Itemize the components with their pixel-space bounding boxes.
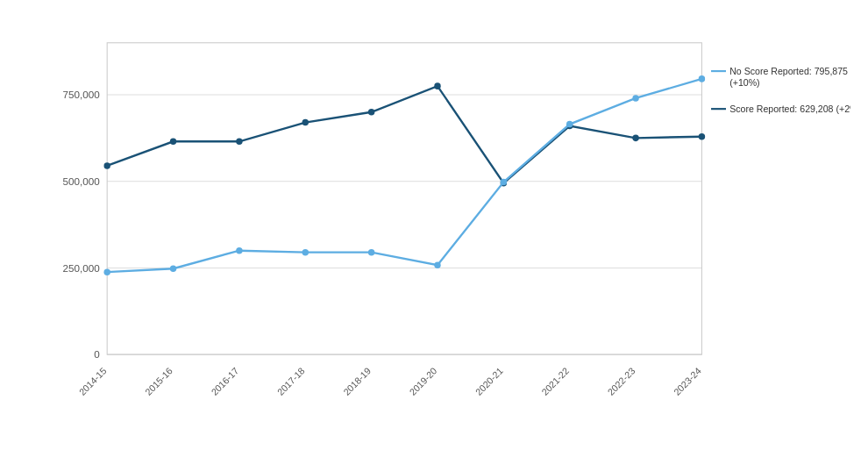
svg-point-33 — [368, 249, 374, 256]
svg-point-20 — [170, 139, 176, 146]
svg-text:2015-16: 2015-16 — [143, 365, 174, 397]
chart-container: 0250,000500,000750,0002014-152015-162016… — [0, 0, 868, 450]
svg-point-19 — [103, 162, 110, 169]
svg-point-29 — [103, 268, 110, 275]
svg-text:2020-21: 2020-21 — [473, 365, 505, 397]
svg-point-34 — [434, 262, 440, 269]
svg-point-21 — [236, 139, 242, 146]
line-chart-svg: 0250,000500,000750,0002014-152015-162016… — [42, 33, 850, 402]
svg-text:2018-19: 2018-19 — [341, 365, 373, 397]
y-axis-label — [18, 33, 35, 402]
chart-inner: 0250,000500,000750,0002014-152015-162016… — [42, 33, 850, 402]
svg-point-38 — [699, 75, 705, 82]
svg-text:(+10%): (+10%) — [729, 77, 759, 88]
svg-point-35 — [501, 179, 507, 186]
svg-text:2014-15: 2014-15 — [77, 365, 109, 397]
svg-text:2017-18: 2017-18 — [275, 365, 307, 397]
svg-point-36 — [566, 121, 573, 128]
svg-point-27 — [632, 135, 638, 142]
svg-point-37 — [632, 95, 638, 102]
svg-point-24 — [434, 82, 440, 89]
svg-text:No Score Reported: 795,875: No Score Reported: 795,875 — [729, 66, 848, 76]
svg-text:2023-24: 2023-24 — [672, 365, 703, 397]
svg-point-28 — [699, 133, 705, 140]
svg-rect-8 — [107, 43, 701, 354]
svg-point-22 — [302, 119, 309, 126]
chart-area: 0250,000500,000750,0002014-152015-162016… — [18, 33, 850, 402]
svg-text:750,000: 750,000 — [63, 89, 101, 100]
svg-text:2021-22: 2021-22 — [539, 365, 571, 397]
svg-text:Score Reported: 629,208 (+2%): Score Reported: 629,208 (+2%) — [729, 104, 850, 114]
svg-point-30 — [170, 265, 176, 272]
svg-point-23 — [368, 109, 374, 116]
svg-point-31 — [236, 247, 242, 254]
svg-text:0: 0 — [94, 348, 100, 360]
svg-text:500,000: 500,000 — [63, 175, 101, 187]
svg-text:250,000: 250,000 — [63, 262, 101, 274]
svg-text:2019-20: 2019-20 — [408, 365, 439, 397]
svg-point-32 — [302, 249, 309, 256]
svg-text:2016-17: 2016-17 — [209, 365, 240, 397]
svg-text:2022-23: 2022-23 — [606, 365, 637, 397]
